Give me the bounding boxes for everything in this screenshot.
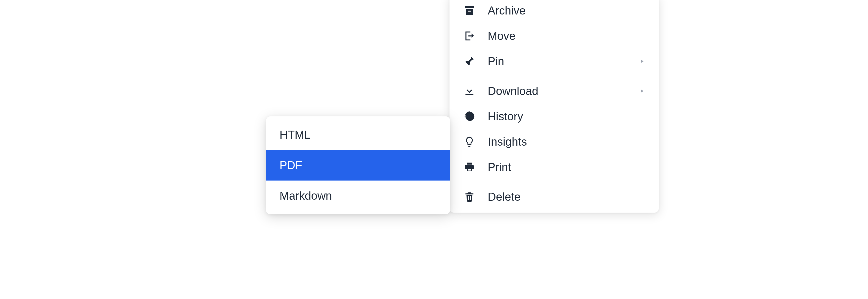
chevron-right-icon [639, 58, 645, 64]
menu-item-pin[interactable]: Pin [450, 49, 659, 74]
menu-item-label: Move [488, 29, 645, 43]
submenu-item-label: HTML [280, 128, 311, 141]
delete-icon [463, 191, 475, 203]
insights-icon [463, 136, 475, 148]
submenu-item-label: PDF [280, 159, 302, 172]
submenu-item-html[interactable]: HTML [266, 119, 450, 150]
menu-item-download[interactable]: Download [450, 78, 659, 104]
move-icon [463, 30, 475, 42]
menu-item-move[interactable]: Move [450, 23, 659, 49]
menu-item-delete[interactable]: Delete [450, 184, 659, 210]
menu-item-label: Insights [488, 135, 645, 148]
menu-item-label: Pin [488, 55, 639, 68]
menu-item-label: Archive [488, 4, 645, 17]
archive-icon [463, 5, 475, 17]
history-icon [463, 110, 475, 123]
menu-item-label: Delete [488, 190, 645, 203]
menu-divider [450, 182, 659, 182]
pin-icon [463, 55, 475, 67]
chevron-right-icon [639, 88, 645, 94]
menu-item-label: Download [488, 85, 639, 98]
menu-item-history[interactable]: History [450, 104, 659, 129]
menu-item-print[interactable]: Print [450, 155, 659, 180]
menu-item-label: History [488, 110, 645, 123]
print-icon [463, 161, 475, 173]
menu-divider [450, 76, 659, 76]
download-submenu: HTML PDF Markdown [266, 116, 450, 214]
submenu-item-label: Markdown [280, 189, 332, 202]
download-icon [463, 85, 475, 97]
submenu-item-markdown[interactable]: Markdown [266, 181, 450, 211]
context-menu: Archive Move Pin Download History [450, 0, 659, 213]
menu-item-label: Print [488, 161, 645, 173]
submenu-item-pdf[interactable]: PDF [266, 150, 450, 181]
menu-item-archive[interactable]: Archive [450, 0, 659, 23]
menu-item-insights[interactable]: Insights [450, 129, 659, 155]
